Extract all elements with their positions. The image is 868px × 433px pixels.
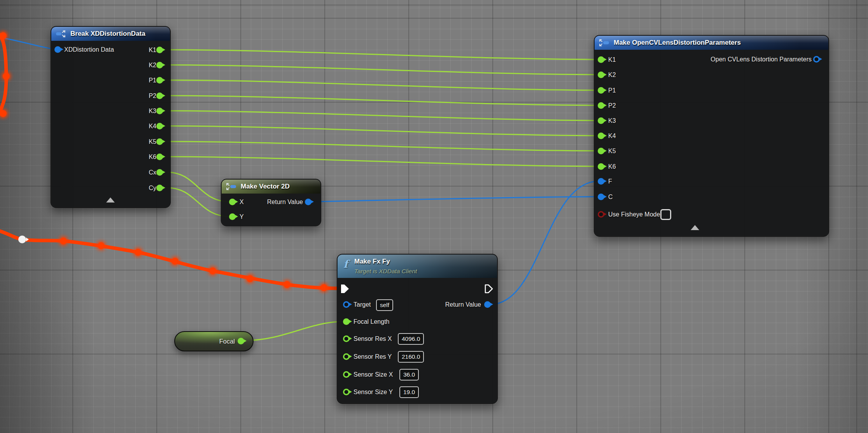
node-make-vector2d[interactable]: Make Vector 2D X Y Return Value: [221, 179, 321, 226]
pin-in-k5[interactable]: [598, 148, 604, 154]
pin-out-k5[interactable]: [156, 138, 163, 145]
node-focal-variable[interactable]: Focal: [174, 331, 254, 351]
pin-label: Open CVLens Distortion Parameters: [710, 54, 812, 65]
pin-label: Sensor Res X: [354, 334, 392, 344]
wire-p2[interactable]: [166, 96, 598, 105]
target-value-field[interactable]: self: [376, 299, 393, 311]
pin-label: K3: [149, 106, 156, 116]
pin-out-return-value[interactable]: [305, 199, 312, 205]
wire-cy[interactable]: [167, 188, 229, 216]
use-fisheye-checkbox[interactable]: [660, 209, 671, 220]
pin-in-target[interactable]: [343, 301, 350, 308]
pin-label: K5: [149, 137, 156, 147]
pin-out-k4[interactable]: [156, 123, 163, 129]
pin-label: Target: [354, 300, 371, 310]
wire-p1[interactable]: [166, 80, 598, 90]
pin-label: P2: [608, 101, 616, 111]
pin-out-focal[interactable]: [238, 338, 244, 344]
wire-cx[interactable]: [167, 172, 229, 202]
collapse-button[interactable]: [106, 197, 115, 203]
node-title: Break XDDistortionData: [70, 30, 145, 38]
pin-in-k6[interactable]: [598, 163, 604, 170]
pin-in-y[interactable]: [229, 213, 236, 220]
reroute-node[interactable]: [18, 236, 29, 243]
pin-out-k3[interactable]: [156, 108, 163, 114]
pin-label: X: [240, 197, 244, 207]
pin-label: XDDistortion Data: [64, 45, 114, 55]
pin-label: C: [608, 192, 613, 202]
wire-k2[interactable]: [166, 65, 598, 75]
pin-out-cy[interactable]: [156, 185, 163, 191]
pin-in-f[interactable]: [598, 178, 604, 185]
wire-focal[interactable]: [245, 321, 345, 340]
pin-in-sensor-res-y[interactable]: [343, 353, 350, 360]
node-title: Make OpenCVLensDistortionParameters: [614, 39, 741, 47]
pin-out-cx[interactable]: [156, 169, 163, 176]
variable-label: Focal: [219, 336, 235, 346]
wire-k4[interactable]: [166, 126, 598, 136]
wire-fxfy-to-f[interactable]: [491, 181, 599, 304]
pin-out-p1[interactable]: [156, 77, 163, 84]
pin-out-k2[interactable]: [156, 62, 163, 68]
pin-xddistortion-data[interactable]: [54, 46, 61, 53]
pin-out-opencv-parameters[interactable]: [813, 56, 820, 63]
wire-k5[interactable]: [166, 141, 598, 151]
sensor-res-x-field[interactable]: 4096.0: [398, 333, 424, 345]
pin-in-sensor-res-x[interactable]: [343, 335, 350, 342]
blueprint-canvas[interactable]: Break XDDistortionData XDDistortion Data…: [0, 0, 868, 433]
pin-label: K6: [149, 152, 156, 162]
pin-in-sensor-size-x[interactable]: [343, 371, 350, 378]
sensor-size-y-field[interactable]: 19.0: [399, 386, 419, 398]
pin-out-k6[interactable]: [156, 154, 163, 160]
pin-label: P1: [149, 75, 156, 86]
node-break-xddistortiondata[interactable]: Break XDDistortionData XDDistortion Data…: [51, 26, 171, 208]
pin-label: Cx: [149, 168, 156, 178]
pin-in-use-fisheye-model[interactable]: [598, 211, 604, 218]
sensor-size-x-field[interactable]: 36.0: [399, 369, 419, 381]
pin-out-return-value[interactable]: [484, 301, 491, 308]
pin-in-c[interactable]: [598, 194, 604, 200]
pin-in-k4[interactable]: [598, 133, 604, 139]
pin-label: P1: [608, 86, 616, 96]
collapse-button[interactable]: [691, 225, 699, 230]
pin-label: K4: [149, 121, 156, 131]
pin-label: Sensor Size X: [354, 370, 393, 380]
pin-out-p2[interactable]: [156, 93, 163, 99]
pin-label: Return Value: [445, 300, 481, 310]
pin-label: F: [608, 176, 612, 187]
pin-label: Sensor Res Y: [354, 352, 392, 362]
pin-in-k2[interactable]: [598, 72, 604, 78]
pin-label: Return Value: [267, 197, 303, 207]
pin-in-k3[interactable]: [598, 117, 604, 124]
exec-out-pin[interactable]: [484, 284, 494, 293]
pin-in-k1[interactable]: [598, 56, 604, 63]
pin-label: K4: [608, 131, 616, 141]
pin-label: Sensor Size Y: [354, 387, 393, 397]
pin-in-focal-length[interactable]: [343, 318, 350, 325]
sensor-res-y-field[interactable]: 2160.0: [398, 351, 424, 363]
pin-in-p2[interactable]: [598, 102, 604, 109]
wire-k1[interactable]: [166, 50, 598, 59]
exec-wire-main[interactable]: [0, 230, 341, 288]
pin-in-p1[interactable]: [598, 87, 604, 94]
node-title: Make Vector 2D: [241, 183, 290, 190]
pin-label: K1: [149, 45, 156, 55]
pin-label: Use Fisheye Model: [608, 210, 662, 220]
pin-label: K2: [608, 70, 616, 80]
node-header: Break XDDistortionData: [51, 27, 170, 41]
pin-out-k1[interactable]: [156, 47, 163, 53]
wire-k3[interactable]: [166, 111, 598, 120]
wire-k6[interactable]: [166, 157, 598, 166]
pin-label: Focal Length: [354, 317, 390, 327]
node-make-opencvlensdistortionparameters[interactable]: Make OpenCVLensDistortionParameters Open…: [594, 35, 829, 237]
break-struct-icon: [56, 30, 66, 38]
node-make-fxfy[interactable]: f Make Fx Fy Target is XDData Client Tar…: [337, 254, 498, 404]
node-header: Make Vector 2D: [222, 180, 320, 194]
wire-vector2d-to-c[interactable]: [311, 197, 599, 202]
pin-in-sensor-size-y[interactable]: [343, 389, 350, 395]
exec-in-pin[interactable]: [340, 284, 350, 293]
pin-in-x[interactable]: [229, 199, 236, 205]
wire-xddistortion-input[interactable]: [0, 37, 55, 49]
pin-label: K2: [149, 60, 156, 70]
node-header: Make OpenCVLensDistortionParameters: [595, 36, 828, 50]
